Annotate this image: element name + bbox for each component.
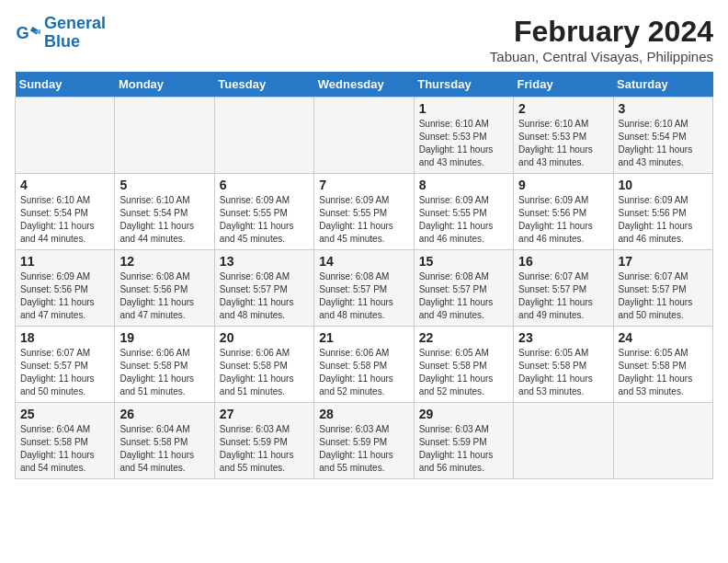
- location-title: Tabuan, Central Visayas, Philippines: [490, 49, 713, 64]
- day-number: 17: [619, 254, 708, 269]
- calendar-week-3: 11Sunrise: 6:09 AM Sunset: 5:56 PM Dayli…: [16, 250, 713, 327]
- day-number: 21: [319, 330, 408, 345]
- day-info: Sunrise: 6:06 AM Sunset: 5:58 PM Dayligh…: [319, 347, 408, 398]
- day-number: 20: [220, 330, 309, 345]
- day-number: 8: [419, 178, 508, 192]
- day-number: 4: [20, 178, 109, 192]
- calendar-cell: 6Sunrise: 6:09 AM Sunset: 5:55 PM Daylig…: [214, 174, 313, 250]
- day-info: Sunrise: 6:07 AM Sunset: 5:57 PM Dayligh…: [20, 347, 109, 398]
- calendar-cell: 9Sunrise: 6:09 AM Sunset: 5:56 PM Daylig…: [514, 174, 613, 250]
- day-info: Sunrise: 6:09 AM Sunset: 5:55 PM Dayligh…: [220, 194, 309, 246]
- calendar-cell: 22Sunrise: 6:05 AM Sunset: 5:58 PM Dayli…: [414, 327, 513, 403]
- calendar-cell: 10Sunrise: 6:09 AM Sunset: 5:56 PM Dayli…: [613, 174, 712, 250]
- logo: G General Blue: [15, 15, 106, 52]
- logo-icon: G: [15, 20, 40, 46]
- day-info: Sunrise: 6:10 AM Sunset: 5:54 PM Dayligh…: [119, 194, 209, 246]
- day-number: 19: [119, 330, 209, 345]
- day-info: Sunrise: 6:08 AM Sunset: 5:57 PM Dayligh…: [319, 270, 408, 322]
- day-info: Sunrise: 6:10 AM Sunset: 5:54 PM Dayligh…: [619, 118, 708, 169]
- calendar-cell: 8Sunrise: 6:09 AM Sunset: 5:55 PM Daylig…: [414, 174, 513, 250]
- calendar-cell: 25Sunrise: 6:04 AM Sunset: 5:58 PM Dayli…: [16, 403, 115, 479]
- day-number: 23: [518, 330, 608, 345]
- calendar-cell: 19Sunrise: 6:06 AM Sunset: 5:58 PM Dayli…: [115, 327, 214, 403]
- calendar-cell: 15Sunrise: 6:08 AM Sunset: 5:57 PM Dayli…: [414, 250, 513, 327]
- day-info: Sunrise: 6:03 AM Sunset: 5:59 PM Dayligh…: [220, 423, 309, 475]
- month-title: February 2024: [490, 15, 713, 49]
- day-number: 11: [20, 254, 109, 269]
- weekday-header-row: SundayMondayTuesdayWednesdayThursdayFrid…: [16, 72, 713, 98]
- calendar-cell: 7Sunrise: 6:09 AM Sunset: 5:55 PM Daylig…: [314, 174, 414, 250]
- day-number: 18: [20, 330, 109, 345]
- calendar-cell: 24Sunrise: 6:05 AM Sunset: 5:58 PM Dayli…: [613, 327, 712, 403]
- calendar-week-2: 4Sunrise: 6:10 AM Sunset: 5:54 PM Daylig…: [16, 174, 713, 250]
- day-info: Sunrise: 6:07 AM Sunset: 5:57 PM Dayligh…: [518, 270, 608, 322]
- day-number: 15: [419, 254, 508, 269]
- logo-blue: Blue: [44, 32, 80, 51]
- calendar-cell: 5Sunrise: 6:10 AM Sunset: 5:54 PM Daylig…: [115, 174, 214, 250]
- header: G General Blue February 2024 Tabuan, Cen…: [15, 15, 713, 64]
- calendar-cell: 2Sunrise: 6:10 AM Sunset: 5:53 PM Daylig…: [514, 98, 613, 174]
- day-number: 28: [319, 407, 408, 421]
- calendar-cell: 13Sunrise: 6:08 AM Sunset: 5:57 PM Dayli…: [214, 250, 313, 327]
- calendar-cell: 1Sunrise: 6:10 AM Sunset: 5:53 PM Daylig…: [414, 98, 513, 174]
- calendar-cell: 29Sunrise: 6:03 AM Sunset: 5:59 PM Dayli…: [414, 403, 513, 479]
- calendar-cell: 17Sunrise: 6:07 AM Sunset: 5:57 PM Dayli…: [613, 250, 712, 327]
- title-area: February 2024 Tabuan, Central Visayas, P…: [490, 15, 713, 64]
- calendar-cell: 11Sunrise: 6:09 AM Sunset: 5:56 PM Dayli…: [16, 250, 115, 327]
- weekday-header-thursday: Thursday: [414, 72, 513, 98]
- day-number: 25: [20, 407, 109, 421]
- day-info: Sunrise: 6:03 AM Sunset: 5:59 PM Dayligh…: [419, 423, 508, 475]
- day-number: 3: [619, 101, 708, 116]
- day-number: 16: [518, 254, 608, 269]
- day-info: Sunrise: 6:09 AM Sunset: 5:56 PM Dayligh…: [619, 194, 708, 246]
- day-number: 22: [419, 330, 508, 345]
- day-number: 10: [619, 178, 708, 192]
- day-info: Sunrise: 6:04 AM Sunset: 5:58 PM Dayligh…: [20, 423, 109, 475]
- calendar-cell: 27Sunrise: 6:03 AM Sunset: 5:59 PM Dayli…: [214, 403, 313, 479]
- calendar-cell: 26Sunrise: 6:04 AM Sunset: 5:58 PM Dayli…: [115, 403, 214, 479]
- calendar-cell: 18Sunrise: 6:07 AM Sunset: 5:57 PM Dayli…: [16, 327, 115, 403]
- calendar-cell: 14Sunrise: 6:08 AM Sunset: 5:57 PM Dayli…: [314, 250, 414, 327]
- day-number: 2: [518, 101, 608, 116]
- day-number: 9: [518, 178, 608, 192]
- calendar-cell: 23Sunrise: 6:05 AM Sunset: 5:58 PM Dayli…: [514, 327, 613, 403]
- calendar-cell: [16, 98, 115, 174]
- day-info: Sunrise: 6:09 AM Sunset: 5:56 PM Dayligh…: [20, 270, 109, 322]
- day-number: 1: [419, 101, 508, 116]
- calendar-cell: 16Sunrise: 6:07 AM Sunset: 5:57 PM Dayli…: [514, 250, 613, 327]
- weekday-header-sunday: Sunday: [16, 72, 115, 98]
- day-number: 13: [220, 254, 309, 269]
- day-info: Sunrise: 6:10 AM Sunset: 5:53 PM Dayligh…: [419, 118, 508, 169]
- day-info: Sunrise: 6:06 AM Sunset: 5:58 PM Dayligh…: [220, 347, 309, 398]
- weekday-header-wednesday: Wednesday: [314, 72, 414, 98]
- calendar-cell: [613, 403, 712, 479]
- day-info: Sunrise: 6:08 AM Sunset: 5:57 PM Dayligh…: [419, 270, 508, 322]
- day-number: 6: [220, 178, 309, 192]
- calendar-cell: [214, 98, 313, 174]
- day-info: Sunrise: 6:09 AM Sunset: 5:55 PM Dayligh…: [319, 194, 408, 246]
- day-number: 24: [619, 330, 708, 345]
- calendar-week-1: 1Sunrise: 6:10 AM Sunset: 5:53 PM Daylig…: [16, 98, 713, 174]
- weekday-header-friday: Friday: [514, 72, 613, 98]
- calendar-cell: [115, 98, 214, 174]
- svg-text:G: G: [16, 23, 28, 41]
- day-info: Sunrise: 6:08 AM Sunset: 5:57 PM Dayligh…: [220, 270, 309, 322]
- day-info: Sunrise: 6:08 AM Sunset: 5:56 PM Dayligh…: [119, 270, 209, 322]
- day-number: 5: [119, 178, 209, 192]
- calendar-cell: 21Sunrise: 6:06 AM Sunset: 5:58 PM Dayli…: [314, 327, 414, 403]
- calendar-cell: [314, 98, 414, 174]
- day-info: Sunrise: 6:03 AM Sunset: 5:59 PM Dayligh…: [319, 423, 408, 475]
- logo-text: General Blue: [44, 15, 106, 52]
- day-number: 27: [220, 407, 309, 421]
- day-info: Sunrise: 6:09 AM Sunset: 5:55 PM Dayligh…: [419, 194, 508, 246]
- day-info: Sunrise: 6:09 AM Sunset: 5:56 PM Dayligh…: [518, 194, 608, 246]
- calendar-week-5: 25Sunrise: 6:04 AM Sunset: 5:58 PM Dayli…: [16, 403, 713, 479]
- day-info: Sunrise: 6:05 AM Sunset: 5:58 PM Dayligh…: [619, 347, 708, 398]
- day-number: 12: [119, 254, 209, 269]
- day-number: 29: [419, 407, 508, 421]
- calendar-cell: 20Sunrise: 6:06 AM Sunset: 5:58 PM Dayli…: [214, 327, 313, 403]
- weekday-header-saturday: Saturday: [613, 72, 712, 98]
- day-info: Sunrise: 6:10 AM Sunset: 5:54 PM Dayligh…: [20, 194, 109, 246]
- day-number: 14: [319, 254, 408, 269]
- calendar-cell: 3Sunrise: 6:10 AM Sunset: 5:54 PM Daylig…: [613, 98, 712, 174]
